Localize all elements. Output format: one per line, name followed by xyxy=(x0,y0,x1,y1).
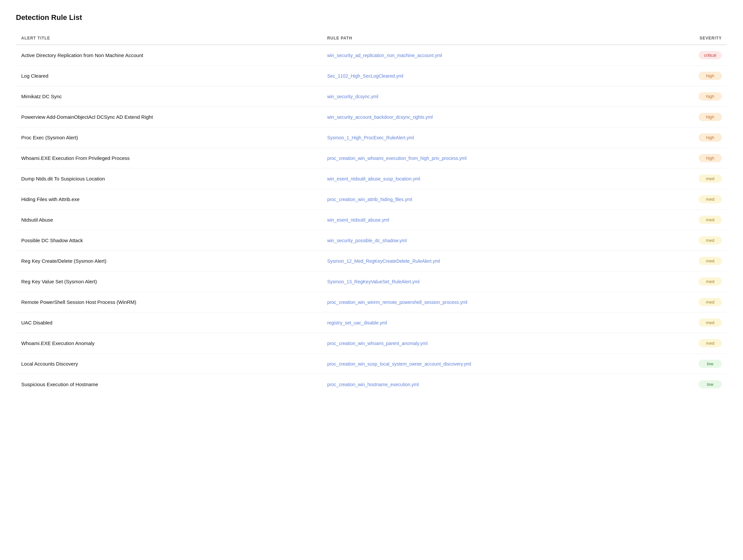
severity-cell: med xyxy=(654,169,727,189)
rule-path-cell: proc_creation_win_hostname_execution.yml xyxy=(322,374,654,395)
table-row: Ntdsutil Abusewin_esent_ntdsutil_abuse.y… xyxy=(16,210,727,230)
severity-badge: high xyxy=(699,92,722,100)
rule-path-cell: Sysmon_12_Med_RegKeyCreateDelete_RuleAle… xyxy=(322,251,654,271)
severity-badge: med xyxy=(699,277,722,286)
rule-path-cell: win_esent_ntdsutil_abuse_susp_location.y… xyxy=(322,169,654,189)
alert-title: Reg Key Value Set (Sysmon Alert) xyxy=(21,279,97,284)
severity-badge: med xyxy=(699,339,722,347)
alert-title-cell: Reg Key Create/Delete (Sysmon Alert) xyxy=(16,251,322,271)
alert-title: Whoami.EXE Execution From Privileged Pro… xyxy=(21,155,130,161)
severity-cell: med xyxy=(654,210,727,230)
table-row: Active Directory Replication from Non Ma… xyxy=(16,45,727,66)
severity-cell: high xyxy=(654,148,727,169)
alert-title-cell: Whoami.EXE Execution Anomaly xyxy=(16,333,322,354)
severity-cell: high xyxy=(654,127,727,148)
alert-title-cell: Active Directory Replication from Non Ma… xyxy=(16,45,322,66)
table-row: Proc Exec (Sysmon Alert)Sysmon_1_High_Pr… xyxy=(16,127,727,148)
alert-title: Log Cleared xyxy=(21,73,48,79)
severity-cell: med xyxy=(654,271,727,292)
alert-title-cell: Mimikatz DC Sync xyxy=(16,86,322,107)
table-row: Whoami.EXE Execution Anomalyproc_creatio… xyxy=(16,333,727,354)
table-row: Reg Key Create/Delete (Sysmon Alert)Sysm… xyxy=(16,251,727,271)
col-alert-title: ALERT TITLE xyxy=(16,33,322,45)
alert-title-cell: Log Cleared xyxy=(16,66,322,86)
alert-title-cell: Whoami.EXE Execution From Privileged Pro… xyxy=(16,148,322,169)
rule-path-link[interactable]: proc_creation_win_attrib_hiding_files.ym… xyxy=(327,197,412,202)
alert-title-cell: Possible DC Shadow Attack xyxy=(16,230,322,251)
severity-badge: low xyxy=(699,380,722,388)
rule-path-link[interactable]: proc_creation_win_hostname_execution.yml xyxy=(327,382,419,387)
rule-path-link[interactable]: proc_creation_win_susp_local_system_owne… xyxy=(327,361,471,367)
alert-title: Ntdsutil Abuse xyxy=(21,217,53,223)
rule-path-link[interactable]: Sysmon_1_High_ProcExec_RuleAlert.yml xyxy=(327,135,413,140)
rule-path-cell: proc_creation_win_attrib_hiding_files.ym… xyxy=(322,189,654,210)
rule-path-link[interactable]: proc_creation_win_winrm_remote_powershel… xyxy=(327,300,467,305)
alert-title-cell: Ntdsutil Abuse xyxy=(16,210,322,230)
alert-title: Active Directory Replication from Non Ma… xyxy=(21,52,143,58)
rule-path-cell: Sysmon_1_High_ProcExec_RuleAlert.yml xyxy=(322,127,654,148)
rule-path-link[interactable]: win_security_account_backdoor_dcsync_rig… xyxy=(327,115,433,120)
table-row: Powerview Add-DomainObjectAcl DCSync AD … xyxy=(16,107,727,127)
alert-title-cell: Powerview Add-DomainObjectAcl DCSync AD … xyxy=(16,107,322,127)
alert-title: Proc Exec (Sysmon Alert) xyxy=(21,135,78,140)
alert-title-cell: Reg Key Value Set (Sysmon Alert) xyxy=(16,271,322,292)
rule-path-link[interactable]: proc_creation_win_whoami_parent_anomaly.… xyxy=(327,341,427,346)
severity-badge: med xyxy=(699,216,722,224)
table-row: Dump Ntds.dit To Suspicious Locationwin_… xyxy=(16,169,727,189)
table-row: Hiding Files with Attrib.exeproc_creatio… xyxy=(16,189,727,210)
col-rule-path: RULE PATH xyxy=(322,33,654,45)
rule-path-link[interactable]: proc_creation_win_whoami_execution_from_… xyxy=(327,156,466,161)
severity-badge: med xyxy=(699,174,722,183)
alert-title-cell: Remote PowerShell Session Host Process (… xyxy=(16,292,322,312)
severity-cell: med xyxy=(654,189,727,210)
rule-path-cell: Sysmon_13_RegKeyValueSet_RuleAlert.yml xyxy=(322,271,654,292)
alert-title-cell: UAC Disabled xyxy=(16,312,322,333)
severity-badge: med xyxy=(699,236,722,245)
severity-badge: high xyxy=(699,154,722,162)
rule-path-link[interactable]: win_esent_ntdsutil_abuse.yml xyxy=(327,217,389,223)
table-header: ALERT TITLE RULE PATH SEVERITY xyxy=(16,33,727,45)
table-row: Possible DC Shadow Attackwin_security_po… xyxy=(16,230,727,251)
severity-cell: med xyxy=(654,312,727,333)
severity-cell: high xyxy=(654,107,727,127)
rule-path-link[interactable]: win_security_ad_replication_non_machine_… xyxy=(327,53,442,58)
rule-path-cell: win_security_dcsync.yml xyxy=(322,86,654,107)
rule-path-cell: win_esent_ntdsutil_abuse.yml xyxy=(322,210,654,230)
rule-path-cell: win_security_account_backdoor_dcsync_rig… xyxy=(322,107,654,127)
severity-badge: med xyxy=(699,298,722,306)
severity-badge: med xyxy=(699,195,722,203)
rule-path-cell: proc_creation_win_whoami_execution_from_… xyxy=(322,148,654,169)
alert-title: Possible DC Shadow Attack xyxy=(21,238,83,243)
table-row: Remote PowerShell Session Host Process (… xyxy=(16,292,727,312)
severity-cell: low xyxy=(654,354,727,374)
alert-title: Reg Key Create/Delete (Sysmon Alert) xyxy=(21,258,106,264)
alert-title: Remote PowerShell Session Host Process (… xyxy=(21,299,136,305)
alert-title: Dump Ntds.dit To Suspicious Location xyxy=(21,176,105,181)
severity-cell: critical xyxy=(654,45,727,66)
rule-path-cell: win_security_possible_dc_shadow.yml xyxy=(322,230,654,251)
rule-path-cell: registry_set_uac_disable.yml xyxy=(322,312,654,333)
severity-cell: med xyxy=(654,333,727,354)
rule-path-cell: win_security_ad_replication_non_machine_… xyxy=(322,45,654,66)
rule-path-link[interactable]: win_esent_ntdsutil_abuse_susp_location.y… xyxy=(327,176,420,181)
alert-title: UAC Disabled xyxy=(21,320,52,326)
alert-title-cell: Dump Ntds.dit To Suspicious Location xyxy=(16,169,322,189)
table-row: Local Accounts Discoveryproc_creation_wi… xyxy=(16,354,727,374)
alert-title-cell: Suspicious Execution of Hostname xyxy=(16,374,322,395)
rule-path-link[interactable]: Sysmon_13_RegKeyValueSet_RuleAlert.yml xyxy=(327,279,419,284)
rule-path-cell: Sec_1102_High_SecLogCleared.yml xyxy=(322,66,654,86)
severity-badge: med xyxy=(699,318,722,327)
rule-path-link[interactable]: win_security_dcsync.yml xyxy=(327,94,378,99)
rule-path-cell: proc_creation_win_whoami_parent_anomaly.… xyxy=(322,333,654,354)
rule-path-cell: proc_creation_win_winrm_remote_powershel… xyxy=(322,292,654,312)
rule-path-link[interactable]: registry_set_uac_disable.yml xyxy=(327,320,387,326)
alert-title: Suspicious Execution of Hostname xyxy=(21,382,98,387)
rule-path-link[interactable]: Sysmon_12_Med_RegKeyCreateDelete_RuleAle… xyxy=(327,258,440,264)
alert-title: Whoami.EXE Execution Anomaly xyxy=(21,340,94,346)
severity-badge: critical xyxy=(699,51,722,59)
rule-path-cell: proc_creation_win_susp_local_system_owne… xyxy=(322,354,654,374)
rule-path-link[interactable]: win_security_possible_dc_shadow.yml xyxy=(327,238,407,243)
alert-title: Mimikatz DC Sync xyxy=(21,93,62,99)
alert-title: Powerview Add-DomainObjectAcl DCSync AD … xyxy=(21,114,153,120)
rule-path-link[interactable]: Sec_1102_High_SecLogCleared.yml xyxy=(327,73,403,79)
